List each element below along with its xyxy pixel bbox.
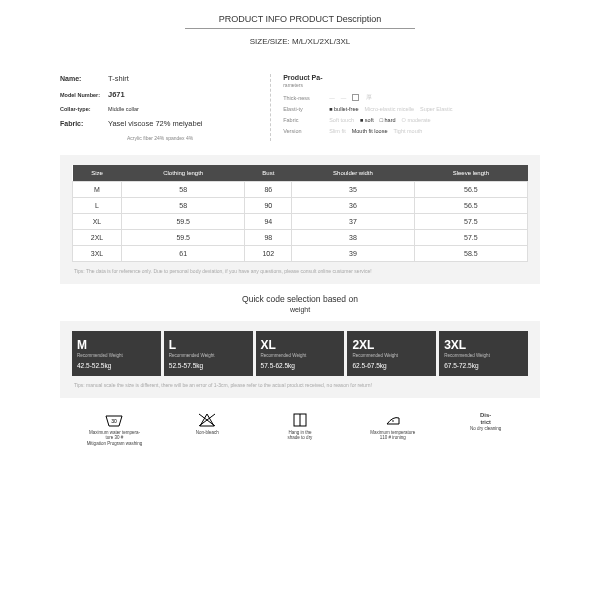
title-underline <box>185 28 415 29</box>
name-value: T-shirt <box>108 74 129 83</box>
iron-icon <box>383 412 403 428</box>
table-header: Size <box>73 165 122 182</box>
svg-point-5 <box>392 420 394 422</box>
care-wash: 30 Maximum water tempera- ture 30 # Miti… <box>68 412 161 446</box>
fabric-label: Fabric: <box>60 120 108 127</box>
info-panel: Name:T-shirt Model Number:J671 Collar-ty… <box>60 74 540 141</box>
weight-box: MRecommended Weight42.5-52.5kg <box>72 331 161 376</box>
param-elastic-label: Elasti-ty <box>283 106 323 112</box>
model-label: Model Number: <box>60 92 108 98</box>
table-row: 2XL59.5983857.5 <box>73 230 528 246</box>
weight-box: 3XLRecommended Weight67.5-72.5kg <box>439 331 528 376</box>
table-row: 3XL611023958.5 <box>73 246 528 262</box>
param-sub: rameters <box>283 82 540 88</box>
checkbox-icon <box>352 94 359 101</box>
care-dryclean: Dis- trict No dry cleaning <box>439 412 532 446</box>
model-value: J671 <box>108 90 125 99</box>
size-table: SizeClothing lengthBustShoulder widthSle… <box>72 165 528 262</box>
quick-title: Quick code selection based on <box>60 294 540 304</box>
table-header: Bust <box>245 165 292 182</box>
table-row: XL59.5943757.5 <box>73 214 528 230</box>
info-left: Name:T-shirt Model Number:J671 Collar-ty… <box>60 74 271 141</box>
table-header: Sleeve length <box>414 165 527 182</box>
collar-label: Collar-type: <box>60 106 108 112</box>
table-row: L58903656.5 <box>73 198 528 214</box>
table-row: M58863556.5 <box>73 182 528 198</box>
table-header: Clothing length <box>121 165 244 182</box>
name-label: Name: <box>60 75 108 82</box>
param-version-label: Version <box>283 128 323 134</box>
table-header: Shoulder width <box>292 165 415 182</box>
weight-tips: Tips: manual scale the size is different… <box>72 382 528 388</box>
collar-value: Middle collar <box>108 106 139 112</box>
page-title: PRODUCT INFO PRODUCT Description <box>60 0 540 24</box>
size-table-box: SizeClothing lengthBustShoulder widthSle… <box>60 155 540 284</box>
care-dry: Hang in the shade to dry <box>254 412 347 446</box>
param-fabric-label: Fabric <box>283 117 323 123</box>
weight-box-container: MRecommended Weight42.5-52.5kgLRecommend… <box>60 321 540 398</box>
nobleach-icon <box>197 412 217 428</box>
param-thickness-label: Thick-ness <box>283 95 323 101</box>
info-right: Product Pa- rameters Thick-ness——厚 Elast… <box>271 74 540 141</box>
weight-box: LRecommended Weight52.5-57.5kg <box>164 331 253 376</box>
weight-box: XLRecommended Weight57.5-62.5kg <box>256 331 345 376</box>
size-line: SIZE/SIZE: M/L/XL/2XL/3XL <box>60 37 540 46</box>
fabric-note: Acrylic fiber 24% spandex 4% <box>60 135 260 141</box>
care-iron: Maximum temperature 110 # ironing <box>346 412 439 446</box>
hangdry-icon <box>290 412 310 428</box>
weight-box: 2XLRecommended Weight62.5-67.5kg <box>347 331 436 376</box>
fabric-value: Yasel viscose 72% meiyabei <box>108 119 203 128</box>
care-bleach: Non-bleach <box>161 412 254 446</box>
wash-icon: 30 <box>104 412 124 428</box>
param-title: Product Pa- <box>283 74 540 81</box>
care-row: 30 Maximum water tempera- ture 30 # Miti… <box>60 406 540 446</box>
table-tips: Tips: The data is for reference only. Du… <box>72 268 528 274</box>
quick-sub: weight <box>60 306 540 313</box>
svg-text:30: 30 <box>112 418 118 424</box>
